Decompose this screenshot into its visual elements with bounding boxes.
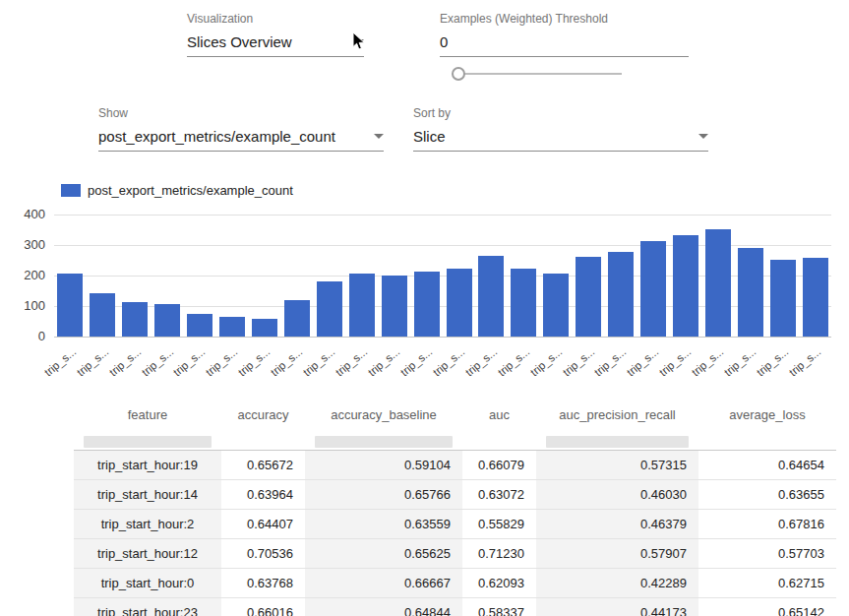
- column-header[interactable]: auc_precision_recall: [536, 397, 698, 433]
- mouse-cursor-icon: [352, 31, 366, 55]
- metric-cell: 0.70536: [221, 539, 305, 569]
- feature-cell: trip_start_hour:23: [74, 598, 221, 616]
- column-header[interactable]: feature: [74, 397, 221, 433]
- bar[interactable]: [382, 276, 407, 337]
- metric-cell: 0.71230: [462, 539, 536, 569]
- bar[interactable]: [770, 260, 796, 337]
- bar[interactable]: [705, 229, 731, 337]
- metric-cell: 0.46030: [536, 480, 698, 510]
- bar-slot: trip_s...: [734, 215, 766, 337]
- visualization-select[interactable]: Slices Overview: [187, 33, 364, 57]
- x-axis-tick-label: trip_s...: [269, 345, 305, 378]
- bar[interactable]: [154, 304, 180, 337]
- bar[interactable]: [122, 302, 148, 337]
- column-header[interactable]: accuracy: [221, 397, 305, 433]
- metric-cell: 0.63964: [221, 480, 305, 510]
- plot-area: trip_s...trip_s...trip_s...trip_s...trip…: [54, 215, 831, 337]
- bar[interactable]: [187, 314, 212, 337]
- metric-cell: 0.58337: [462, 598, 536, 616]
- bar[interactable]: [738, 248, 763, 337]
- metric-cell: 0.63768: [221, 569, 305, 598]
- bar[interactable]: [90, 293, 115, 337]
- bar[interactable]: [478, 256, 504, 337]
- x-axis-tick-label: trip_s...: [106, 345, 143, 378]
- x-axis-tick-label: trip_s...: [334, 345, 370, 378]
- x-axis-tick-label: trip_s...: [74, 345, 110, 378]
- bar[interactable]: [803, 258, 828, 337]
- column-filter-box[interactable]: [84, 436, 212, 448]
- metric-cell: 0.66016: [221, 598, 305, 616]
- column-header[interactable]: average_loss: [698, 397, 836, 433]
- bar-slot: trip_s...: [766, 215, 799, 337]
- metric-cell: 0.64407: [221, 510, 305, 539]
- feature-cell: trip_start_hour:0: [74, 569, 221, 598]
- bar[interactable]: [576, 257, 601, 337]
- y-axis-tick-label: 0: [0, 329, 45, 344]
- metric-cell: 0.62715: [698, 569, 836, 598]
- table-row[interactable]: trip_start_hour:190.656720.591040.660790…: [74, 451, 836, 480]
- slider-thumb[interactable]: [452, 67, 465, 81]
- column-filter-box[interactable]: [315, 436, 453, 448]
- bar-slot: trip_s...: [670, 215, 702, 337]
- show-select[interactable]: post_export_metrics/example_count: [98, 128, 384, 152]
- threshold-input[interactable]: 0: [440, 33, 689, 57]
- column-filter-box[interactable]: [546, 436, 689, 448]
- bar-slot: trip_s...: [701, 215, 734, 337]
- sort-by-select[interactable]: Slice: [413, 128, 708, 152]
- bar-slot: trip_s...: [540, 215, 573, 337]
- bar[interactable]: [673, 235, 698, 337]
- bar[interactable]: [57, 274, 83, 337]
- show-selected-value: post_export_metrics/example_count: [98, 128, 335, 145]
- chevron-down-icon[interactable]: [374, 134, 384, 139]
- metrics-table-region: featureaccuracyaccuracy_baselineaucauc_p…: [74, 397, 836, 616]
- bar-slot: trip_s...: [605, 215, 637, 337]
- metric-cell: 0.63655: [698, 480, 836, 510]
- bar[interactable]: [447, 269, 472, 337]
- filter-cell: [698, 433, 836, 451]
- table-row[interactable]: trip_start_hour:140.639640.657660.630720…: [74, 480, 836, 510]
- bar-slot: trip_s...: [184, 215, 216, 337]
- column-header[interactable]: accuracy_baseline: [305, 397, 462, 433]
- table-row[interactable]: trip_start_hour:120.705360.656250.712300…: [74, 539, 836, 569]
- table-row[interactable]: trip_start_hour:230.660160.648440.583370…: [74, 598, 836, 616]
- x-axis-tick-label: trip_s...: [463, 345, 500, 378]
- metric-cell: 0.64654: [698, 451, 836, 480]
- bar[interactable]: [284, 300, 310, 338]
- bar-slot: trip_s...: [87, 215, 119, 337]
- chevron-down-icon[interactable]: [698, 134, 708, 139]
- table-row[interactable]: trip_start_hour:20.644070.635590.558290.…: [74, 510, 836, 539]
- metric-cell: 0.63072: [462, 480, 536, 510]
- x-axis-tick-label: trip_s...: [431, 345, 467, 378]
- table-row[interactable]: trip_start_hour:00.637680.666670.620930.…: [74, 569, 836, 598]
- visualization-control: Visualization Slices Overview: [187, 12, 364, 57]
- bar[interactable]: [252, 319, 277, 337]
- threshold-control: Examples (Weighted) Threshold 0: [440, 12, 689, 57]
- bar[interactable]: [608, 252, 634, 337]
- metric-cell: 0.62093: [462, 569, 536, 598]
- metric-cell: 0.66667: [305, 569, 462, 598]
- bar[interactable]: [414, 272, 440, 337]
- metric-cell: 0.55829: [462, 510, 536, 539]
- metric-cell: 0.65766: [305, 480, 462, 510]
- metric-cell: 0.66079: [462, 451, 536, 480]
- bar[interactable]: [317, 281, 342, 337]
- bar[interactable]: [349, 274, 375, 337]
- filter-cell: [462, 433, 536, 451]
- x-axis-tick-label: trip_s...: [398, 345, 435, 378]
- sort-by-selected-value: Slice: [413, 128, 446, 145]
- visualization-selected-value: Slices Overview: [187, 33, 292, 50]
- show-control: Show post_export_metrics/example_count: [98, 106, 384, 152]
- bar[interactable]: [640, 241, 666, 337]
- threshold-label: Examples (Weighted) Threshold: [440, 12, 689, 26]
- metric-cell: 0.67816: [698, 510, 836, 539]
- bar[interactable]: [511, 269, 536, 337]
- bar-slot: trip_s...: [216, 215, 249, 337]
- threshold-slider[interactable]: [453, 73, 622, 75]
- bar[interactable]: [543, 274, 569, 337]
- bar-slot: trip_s...: [280, 215, 313, 337]
- filter-cell: [305, 433, 462, 451]
- bar[interactable]: [219, 317, 245, 337]
- column-header[interactable]: auc: [462, 397, 536, 433]
- x-axis-tick-label: trip_s...: [690, 345, 726, 378]
- bar-slot: trip_s...: [410, 215, 443, 337]
